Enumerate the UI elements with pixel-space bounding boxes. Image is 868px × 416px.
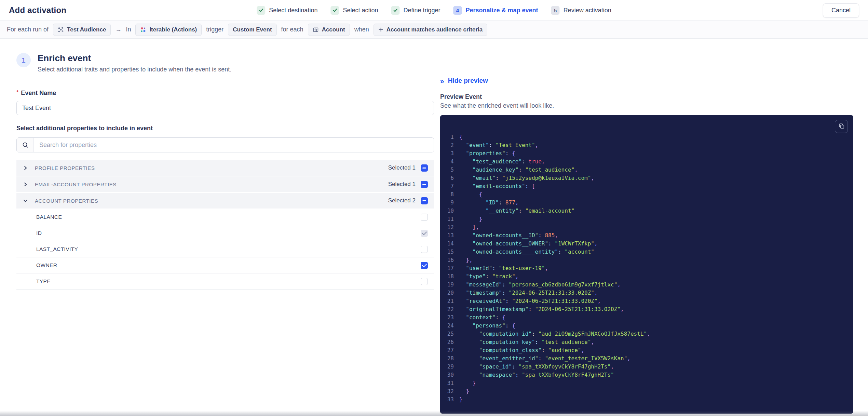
property-row-owner[interactable]: OWNER — [16, 257, 434, 273]
line-content: "ID": 877, — [459, 199, 518, 207]
property-label: LAST_ACTIVITY — [36, 246, 78, 252]
section-header-profile-properties[interactable]: PROFILE PROPERTIESSelected 1 — [16, 160, 434, 176]
section-header-email-account-properties[interactable]: EMAIL-ACCOUNT PROPERTIESSelected 1 — [16, 176, 434, 192]
chevron-right-icon — [23, 166, 31, 170]
enrich-event-panel: 1 Enrich event Select additional traits … — [16, 39, 434, 290]
code-line: 9 "ID": 877, — [440, 199, 853, 207]
context-text: → — [115, 26, 121, 33]
chip-account[interactable]: Account — [308, 24, 350, 36]
step-number-badge: 5 — [551, 6, 560, 15]
code-line: 12 ], — [440, 223, 853, 231]
chip-label: Account matches audience criteria — [386, 26, 483, 33]
line-content: "type": "track", — [459, 272, 518, 281]
iterable-icon — [140, 27, 146, 33]
step-number-badge: 1 — [16, 53, 31, 67]
line-number: 21 — [440, 297, 459, 305]
code-line: 5 "audience_key": "test_audience", — [440, 166, 853, 174]
preview-panel: » Hide preview Preview Event See what th… — [440, 39, 853, 414]
line-number: 16 — [440, 256, 459, 264]
chip-test-audience[interactable]: Test Audience — [53, 24, 111, 36]
event-name-input[interactable] — [16, 101, 434, 115]
line-content: } — [459, 379, 476, 387]
step-label: Review activation — [564, 7, 611, 14]
line-content: "__entity": "email-account" — [459, 207, 574, 215]
section-checkbox[interactable] — [421, 164, 428, 172]
property-row-balance[interactable]: BALANCE — [16, 209, 434, 225]
code-line: 21 "receivedAt": "2024-06-25T21:31:33.02… — [440, 297, 853, 305]
hide-preview-link[interactable]: » Hide preview — [440, 77, 488, 84]
section-header-account-properties[interactable]: ACCOUNT PROPERTIESSelected 2 — [16, 193, 434, 209]
property-checkbox[interactable] — [421, 214, 428, 221]
code-line: 27 "computation_class": "audience", — [440, 346, 853, 354]
line-content: "email-accounts": [ — [459, 182, 535, 190]
plus-icon — [378, 27, 383, 32]
step-select-destination[interactable]: Select destination — [257, 6, 317, 15]
code-line: 3 "properties": { — [440, 149, 853, 158]
property-checkbox[interactable] — [421, 230, 428, 237]
property-row-type[interactable]: TYPE — [16, 273, 434, 290]
line-number: 25 — [440, 330, 459, 338]
code-line: 15 "owned-accounts____entity": "account" — [440, 248, 853, 256]
chip-label: Custom Event — [233, 26, 272, 33]
line-content: "owned-accounts____entity": "account" — [459, 248, 594, 256]
chip-custom-event[interactable]: Custom Event — [228, 24, 276, 36]
selected-count: Selected 2 — [388, 197, 416, 204]
chip-account-matches-audience-criteria[interactable]: Account matches audience criteria — [374, 24, 488, 36]
step-define-trigger[interactable]: Define trigger — [391, 6, 440, 15]
step-review-activation[interactable]: 5Review activation — [551, 6, 611, 15]
enrich-title: Enrich event — [38, 53, 231, 64]
line-number: 2 — [440, 141, 459, 149]
double-chevron-right-icon: » — [440, 77, 444, 84]
line-content: } — [459, 215, 482, 223]
line-number: 27 — [440, 346, 459, 354]
chip-iterable-actions-[interactable]: Iterable (Actions) — [135, 24, 202, 36]
context-text: In — [126, 26, 131, 33]
line-content: "owned-accounts__ID": 885, — [459, 231, 558, 240]
line-content: } — [459, 387, 469, 395]
section-checkbox[interactable] — [421, 197, 428, 204]
preview-description: See what the enriched event will look li… — [440, 102, 853, 109]
copy-icon — [838, 123, 845, 130]
line-number: 31 — [440, 379, 459, 387]
line-number: 28 — [440, 354, 459, 363]
step-personalize-map-event[interactable]: 4Personalize & map event — [453, 6, 538, 15]
line-number: 32 — [440, 387, 459, 395]
footer-shadow — [0, 411, 868, 416]
check-icon — [330, 6, 339, 15]
property-checkbox[interactable] — [421, 246, 428, 253]
code-line: 16 }, — [440, 256, 853, 264]
line-content: "test_audience": true, — [459, 158, 545, 166]
code-line: 6 "email": "j15i2ysedp@k1euxaIVia.com", — [440, 174, 853, 182]
property-label: TYPE — [36, 278, 51, 284]
property-row-id[interactable]: ID — [16, 225, 434, 241]
required-asterisk: * — [16, 90, 18, 95]
line-number: 8 — [440, 190, 459, 199]
section-checkbox[interactable] — [421, 181, 428, 188]
copy-button[interactable] — [835, 120, 848, 133]
code-line: 18 "type": "track", — [440, 272, 853, 281]
line-number: 30 — [440, 371, 459, 379]
line-content: "timestamp": "2024-06-25T21:31:33.020Z", — [459, 289, 598, 297]
line-content: "originalTimestamp": "2024-06-25T21:31:3… — [459, 305, 624, 313]
chevron-down-icon — [23, 199, 31, 203]
line-content: "computation_id": "aud_2iO9m2gSFmJNXCoQJ… — [459, 330, 650, 338]
property-checkbox[interactable] — [421, 278, 428, 285]
step-select-action[interactable]: Select action — [330, 6, 378, 15]
context-text: for each — [281, 26, 303, 33]
context-text: when — [354, 26, 369, 33]
code-line: 17 "userId": "test-user-19", — [440, 264, 853, 272]
selected-count: Selected 1 — [388, 164, 416, 171]
search-input[interactable] — [34, 138, 434, 152]
property-row-last-activity[interactable]: LAST_ACTIVITY — [16, 241, 434, 257]
main-content: 1 Enrich event Select additional traits … — [0, 39, 868, 414]
line-content: "event": "Test Event", — [459, 141, 538, 149]
line-content: }, — [459, 256, 473, 264]
section-right: Selected 1 — [388, 164, 428, 172]
line-number: 6 — [440, 174, 459, 182]
property-checkbox[interactable] — [421, 262, 428, 269]
check-icon — [391, 6, 399, 15]
cancel-button[interactable]: Cancel — [823, 3, 859, 17]
property-sections: PROFILE PROPERTIESSelected 1EMAIL-ACCOUN… — [16, 160, 434, 290]
line-number: 7 — [440, 182, 459, 190]
line-number: 5 — [440, 166, 459, 174]
